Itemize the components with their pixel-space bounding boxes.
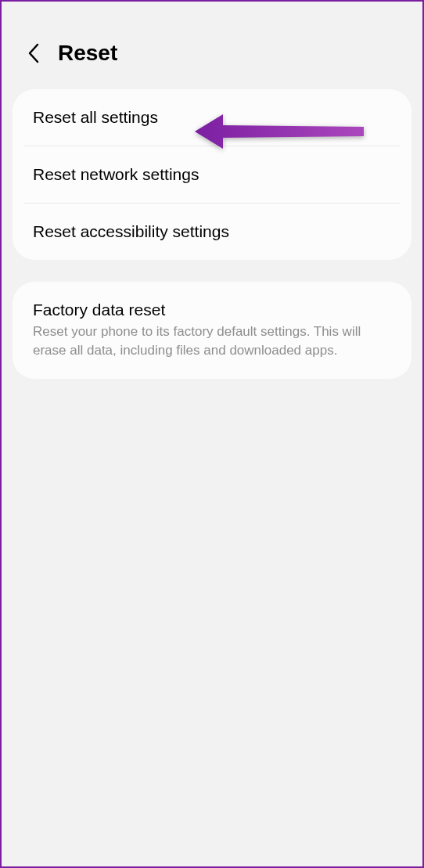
back-icon[interactable] — [23, 43, 44, 63]
factory-data-reset-item[interactable]: Factory data reset Reset your phone to i… — [13, 282, 411, 379]
list-item-label: Reset network settings — [33, 165, 391, 184]
reset-accessibility-settings-item[interactable]: Reset accessibility settings — [13, 203, 411, 260]
list-item-label: Reset all settings — [33, 108, 391, 127]
reset-all-settings-item[interactable]: Reset all settings — [13, 89, 411, 146]
factory-reset-card: Factory data reset Reset your phone to i… — [13, 282, 411, 379]
list-item-description: Reset your phone to its factory default … — [33, 322, 391, 360]
list-item-label: Reset accessibility settings — [33, 222, 391, 241]
list-item-label: Factory data reset — [33, 301, 391, 319]
reset-options-card: Reset all settings Reset network setting… — [13, 89, 411, 260]
page-title: Reset — [58, 41, 117, 66]
reset-network-settings-item[interactable]: Reset network settings — [13, 146, 411, 203]
header: Reset — [2, 2, 422, 89]
